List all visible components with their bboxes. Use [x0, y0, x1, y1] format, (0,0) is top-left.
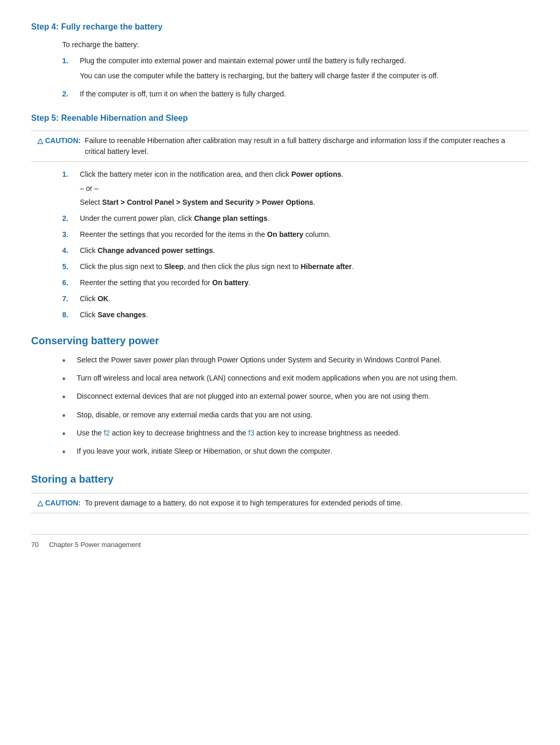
step5-item3-bold: On battery — [267, 230, 303, 238]
step4-intro: To recharge the battery: — [62, 39, 529, 50]
step4-item1-main: Plug the computer into external power an… — [80, 55, 529, 66]
step5-caution-text: Failure to reenable Hibernation after ca… — [85, 135, 523, 157]
conserving-list: • Select the Power saver power plan thro… — [62, 355, 529, 459]
step4-item1-sub: You can use the computer while the batte… — [80, 71, 529, 81]
step5-item8-bold: Save changes — [97, 311, 146, 319]
conserving-heading: Conserving battery power — [31, 333, 529, 350]
step5-item7: Click OK. — [80, 293, 529, 304]
step4-heading: Step 4: Fully recharge the battery — [31, 21, 529, 35]
step5-item4: Click Change advanced power settings. — [80, 245, 529, 256]
step5-num6: 6. — [62, 277, 75, 288]
step4-list: 1. Plug the computer into external power… — [62, 55, 529, 100]
list-item: • Turn off wireless and local area netwo… — [62, 373, 529, 386]
f3-link[interactable]: f3 — [248, 429, 255, 437]
step5-num1: 1. — [62, 169, 75, 208]
caution-triangle-icon: △ — [37, 498, 43, 509]
step5-item2: Under the current power plan, click Chan… — [80, 213, 529, 224]
conserving-section: Conserving battery power • Select the Po… — [31, 333, 529, 459]
step5-item7-bold: OK — [97, 294, 108, 303]
list-item: • Select the Power saver power plan thro… — [62, 355, 529, 368]
page-number: 70 — [31, 540, 38, 550]
step5-item5-bold2: Hibernate after — [301, 262, 352, 271]
step5-caution-box: △ CAUTION: Failure to reenable Hibernati… — [31, 131, 529, 162]
step5-item1-main: Click the battery meter icon in the noti… — [80, 169, 529, 180]
step5-item8: Click Save changes. — [80, 310, 529, 320]
list-item: 5. Click the plus sign next to Sleep, an… — [62, 261, 529, 272]
list-item: 1. Click the battery meter icon in the n… — [62, 169, 529, 208]
step5-num4: 4. — [62, 245, 75, 256]
conserving-bullet4: Stop, disable, or remove any external me… — [77, 410, 312, 420]
f2-link[interactable]: f2 — [104, 429, 110, 437]
list-item: 2. If the computer is off, turn it on wh… — [62, 89, 529, 100]
bullet-icon: • — [62, 391, 73, 404]
step5-item2-bold: Change plan settings — [194, 214, 268, 222]
storing-caution-label: △ CAUTION: — [37, 498, 80, 509]
conserving-bullet5: Use the f2 action key to decrease bright… — [77, 428, 400, 439]
conserving-bullet1: Select the Power saver power plan throug… — [77, 355, 441, 366]
step5-item6-bold: On battery — [212, 278, 248, 287]
step5-select-bold: Start > Control Panel > System and Secur… — [102, 198, 313, 206]
page-footer: 70 Chapter 5 Power management — [31, 534, 529, 550]
step5-num2: 2. — [62, 213, 75, 224]
bullet-icon: • — [62, 355, 73, 368]
step5-item6: Reenter the setting that you recorded fo… — [80, 277, 529, 288]
step4-num2: 2. — [62, 89, 75, 100]
list-item: 1. Plug the computer into external power… — [62, 55, 529, 83]
bullet-icon: • — [62, 428, 73, 441]
step5-num3: 3. — [62, 229, 75, 240]
step5-item1-content: Click the battery meter icon in the noti… — [80, 169, 529, 208]
bullet-icon: • — [62, 410, 73, 423]
list-item: 6. Reenter the setting that you recorded… — [62, 277, 529, 288]
step5-num5: 5. — [62, 261, 75, 272]
step5-select-line: Select Start > Control Panel > System an… — [80, 197, 529, 208]
list-item: • Stop, disable, or remove any external … — [62, 410, 529, 423]
step5-num7: 7. — [62, 293, 75, 304]
bullet-icon: • — [62, 446, 73, 459]
conserving-bullet6: If you leave your work, initiate Sleep o… — [77, 446, 332, 457]
conserving-bullet2: Turn off wireless and local area network… — [77, 373, 458, 384]
storing-caution-label-text: CAUTION: — [45, 498, 80, 509]
step4-section: Step 4: Fully recharge the battery To re… — [31, 21, 529, 100]
chapter-label: Chapter 5 Power management — [49, 540, 141, 550]
step5-item5: Click the plus sign next to Sleep, and t… — [80, 261, 529, 272]
step4-item2-main: If the computer is off, turn it on when … — [80, 89, 529, 100]
caution-label: △ CAUTION: — [37, 135, 80, 146]
caution-label-text: CAUTION: — [45, 135, 80, 146]
bullet-icon: • — [62, 373, 73, 386]
conserving-bullet3: Disconnect external devices that are not… — [77, 391, 430, 402]
list-item: 2. Under the current power plan, click C… — [62, 213, 529, 224]
storing-caution-text: To prevent damage to a battery, do not e… — [85, 498, 402, 509]
step5-item4-bold: Change advanced power settings — [97, 246, 213, 255]
list-item: • Use the f2 action key to decrease brig… — [62, 428, 529, 441]
storing-caution-box: △ CAUTION: To prevent damage to a batter… — [31, 493, 529, 513]
list-item: 3. Reenter the settings that you recorde… — [62, 229, 529, 240]
step5-num8: 8. — [62, 310, 75, 320]
step5-item3: Reenter the settings that you recorded f… — [80, 229, 529, 240]
storing-heading: Storing a battery — [31, 471, 529, 489]
list-item: 7. Click OK. — [62, 293, 529, 304]
list-item: • Disconnect external devices that are n… — [62, 391, 529, 404]
storing-section: Storing a battery △ CAUTION: To prevent … — [31, 471, 529, 513]
list-item: 4. Click Change advanced power settings. — [62, 245, 529, 256]
step5-item1-bold: Power options — [291, 170, 341, 178]
step4-item1-content: Plug the computer into external power an… — [80, 55, 529, 83]
step5-heading: Step 5: Reenable Hibernation and Sleep — [31, 112, 529, 126]
step5-section: Step 5: Reenable Hibernation and Sleep △… — [31, 112, 529, 320]
step5-list: 1. Click the battery meter icon in the n… — [62, 169, 529, 320]
step5-item5-bold1: Sleep — [164, 262, 184, 271]
step5-or-line: – or – — [80, 183, 529, 194]
list-item: • If you leave your work, initiate Sleep… — [62, 446, 529, 459]
step4-num1: 1. — [62, 55, 75, 83]
caution-triangle-icon: △ — [37, 135, 43, 146]
list-item: 8. Click Save changes. — [62, 310, 529, 320]
